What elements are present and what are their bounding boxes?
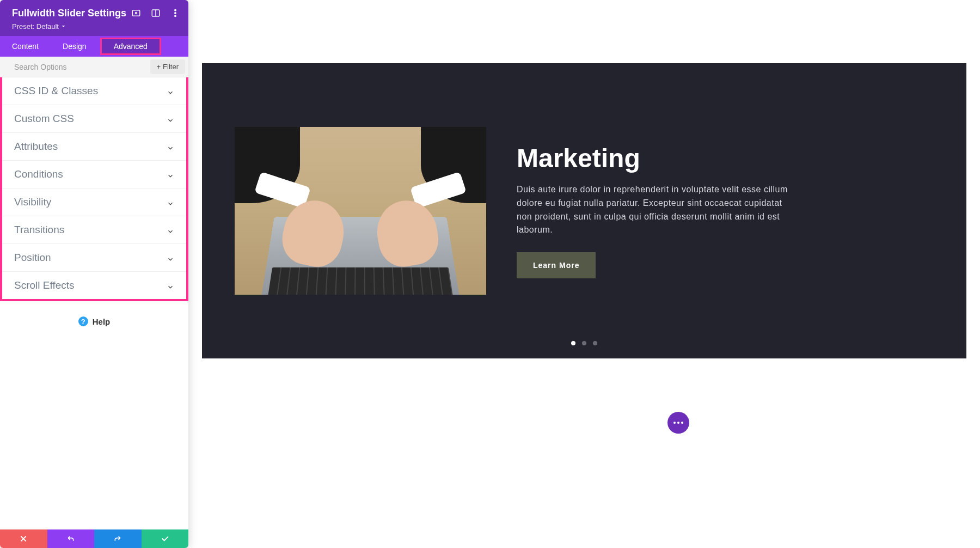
panel-tabs: Content Design Advanced: [0, 36, 188, 57]
section-label: Conditions: [14, 168, 63, 180]
layout-columns-icon[interactable]: [150, 8, 161, 19]
section-conditions[interactable]: Conditions: [2, 161, 186, 188]
caret-down-icon: [61, 24, 66, 29]
help-link[interactable]: ? Help: [0, 316, 188, 326]
slide-cta-button[interactable]: Learn More: [517, 252, 596, 278]
tab-design[interactable]: Design: [51, 36, 99, 57]
section-visibility[interactable]: Visibility: [2, 188, 186, 216]
check-icon: [161, 534, 169, 543]
svg-point-5: [175, 13, 176, 14]
section-label: CSS ID & Classes: [14, 85, 98, 97]
svg-rect-0: [132, 10, 140, 16]
tab-content[interactable]: Content: [0, 36, 51, 57]
redo-icon: [113, 534, 122, 543]
section-attributes[interactable]: Attributes: [2, 133, 186, 161]
svg-point-1: [136, 13, 137, 14]
close-icon: [19, 534, 28, 543]
section-custom-css[interactable]: Custom CSS: [2, 105, 186, 133]
slide-image: [235, 127, 486, 295]
chevron-down-icon: [167, 171, 174, 178]
search-input[interactable]: [0, 63, 150, 71]
section-label: Attributes: [14, 141, 58, 153]
preset-selector[interactable]: Preset: Default: [12, 22, 177, 31]
section-label: Custom CSS: [14, 113, 74, 125]
filter-label: Filter: [163, 63, 179, 71]
undo-button[interactable]: [47, 529, 95, 548]
slider-dot-2[interactable]: [582, 341, 586, 345]
responsive-preview-icon[interactable]: [131, 8, 142, 19]
advanced-sections: CSS ID & Classes Custom CSS Attributes C…: [0, 77, 188, 301]
redo-button[interactable]: [94, 529, 142, 548]
section-label: Position: [14, 252, 51, 264]
cancel-button[interactable]: [0, 529, 47, 548]
builder-fab-button[interactable]: [667, 412, 689, 434]
panel-footer: [0, 529, 188, 548]
fullwidth-slider-preview[interactable]: Marketing Duis aute irure dolor in repre…: [202, 63, 966, 358]
help-icon: ?: [78, 316, 88, 326]
search-row: + Filter: [0, 57, 188, 77]
plus-icon: +: [157, 63, 161, 71]
slide-description: Duis aute irure dolor in reprehenderit i…: [517, 183, 800, 237]
undo-icon: [66, 534, 75, 543]
save-button[interactable]: [142, 529, 189, 548]
dot-icon: [673, 422, 676, 424]
panel-header: Fullwidth Slider Settings Preset: Defaul…: [0, 0, 188, 36]
slide-title: Marketing: [517, 143, 800, 173]
section-label: Transitions: [14, 224, 64, 236]
section-transitions[interactable]: Transitions: [2, 216, 186, 244]
chevron-down-icon: [167, 198, 174, 206]
section-label: Visibility: [14, 196, 51, 208]
section-css-id-classes[interactable]: CSS ID & Classes: [2, 77, 186, 105]
slider-dot-1[interactable]: [571, 341, 575, 345]
tab-advanced[interactable]: Advanced: [99, 36, 163, 57]
svg-point-4: [175, 10, 176, 11]
section-scroll-effects[interactable]: Scroll Effects: [2, 272, 186, 299]
chevron-down-icon: [167, 115, 174, 123]
help-label: Help: [93, 317, 111, 326]
dot-icon: [681, 422, 683, 424]
preset-label: Preset: Default: [12, 22, 59, 31]
slider-pagination: [571, 341, 597, 345]
chevron-down-icon: [167, 226, 174, 234]
svg-point-6: [175, 15, 176, 16]
slide-content: Marketing Duis aute irure dolor in repre…: [517, 143, 800, 278]
chevron-down-icon: [167, 282, 174, 289]
filter-button[interactable]: + Filter: [150, 59, 185, 74]
section-position[interactable]: Position: [2, 244, 186, 272]
more-options-icon[interactable]: [170, 8, 181, 19]
chevron-down-icon: [167, 254, 174, 261]
dot-icon: [677, 422, 679, 424]
slider-dot-3[interactable]: [593, 341, 597, 345]
chevron-down-icon: [167, 87, 174, 95]
canvas: Marketing Duis aute irure dolor in repre…: [188, 0, 980, 548]
section-label: Scroll Effects: [14, 279, 75, 291]
chevron-down-icon: [167, 143, 174, 150]
settings-panel: Fullwidth Slider Settings Preset: Defaul…: [0, 0, 188, 548]
